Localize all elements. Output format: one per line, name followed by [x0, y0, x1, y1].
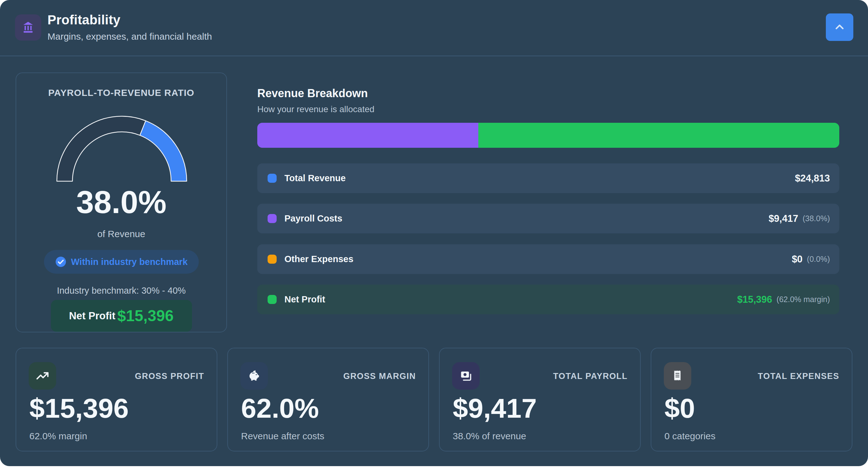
row-percent: (62.0% margin) — [777, 295, 830, 304]
row-label: Total Revenue — [284, 173, 346, 183]
breakdown-row-other-expenses: Other Expenses $0 (0.0%) — [257, 244, 839, 274]
stat-label: TOTAL EXPENSES — [758, 372, 839, 381]
stat-subtitle: Revenue after costs — [241, 431, 324, 441]
benchmark-status-badge: Within industry benchmark — [44, 250, 199, 274]
gauge-title: PAYROLL-TO-REVENUE RATIO — [16, 87, 226, 98]
check-circle-icon — [55, 256, 66, 267]
stat-subtitle: 0 categories — [664, 431, 715, 441]
page-subtitle: Margins, expenses, and financial health — [48, 31, 212, 42]
breakdown-row-payroll-costs: Payroll Costs $9,417 (38.0%) — [257, 204, 839, 233]
gauge-track-arc — [57, 116, 146, 181]
header-divider — [0, 56, 868, 56]
stat-value: $15,396 — [29, 394, 129, 422]
stat-card-gross-profit: GROSS PROFIT $15,396 62.0% margin — [16, 348, 217, 451]
row-percent: (38.0%) — [802, 214, 830, 223]
piggy-bank-icon — [240, 362, 268, 389]
revenue-allocation-bar — [257, 123, 839, 148]
stat-subtitle: 62.0% margin — [29, 431, 87, 441]
gauge-value-arc — [140, 121, 187, 181]
gauge-value: 38.0% — [16, 185, 226, 219]
row-label: Other Expenses — [284, 254, 353, 264]
stat-card-total-expenses: TOTAL EXPENSES $0 0 categories — [651, 348, 852, 451]
benchmark-note: Industry benchmark: 30% - 40% — [16, 286, 226, 296]
row-value: $9,417 — [769, 213, 798, 224]
stat-card-total-payroll: TOTAL PAYROLL $9,417 38.0% of revenue — [439, 348, 641, 451]
breakdown-row-total-revenue: Total Revenue $24,813 — [257, 164, 839, 193]
stat-value: 62.0% — [241, 394, 319, 422]
net-profit-value: $15,396 — [117, 307, 174, 325]
legend-dot — [268, 255, 277, 264]
legend-dot — [268, 214, 277, 223]
payroll-ratio-gauge — [50, 106, 194, 187]
collapse-section-button[interactable] — [826, 13, 853, 41]
breakdown-subtitle: How your revenue is allocated — [257, 104, 374, 114]
net-profit-label: Net Profit — [69, 310, 116, 322]
stat-value: $9,417 — [453, 394, 537, 422]
row-percent: (0.0%) — [807, 255, 830, 264]
breakdown-title: Revenue Breakdown — [257, 87, 368, 100]
breakdown-row-net-profit: Net Profit $15,396 (62.0% margin) — [257, 285, 839, 314]
stat-card-gross-margin: GROSS MARGIN 62.0% Revenue after costs — [227, 348, 429, 451]
row-label: Payroll Costs — [284, 213, 342, 224]
stat-label: GROSS MARGIN — [343, 372, 416, 381]
row-value: $24,813 — [795, 173, 830, 184]
stat-value: $0 — [664, 394, 695, 422]
banknotes-icon — [452, 362, 479, 389]
bar-segment-net-profit — [478, 123, 839, 148]
row-value: $15,396 — [737, 294, 772, 305]
row-label: Net Profit — [284, 294, 326, 304]
page-title: Profitability — [48, 12, 121, 28]
profitability-panel: Profitability Margins, expenses, and fin… — [0, 0, 868, 466]
benchmark-status-label: Within industry benchmark — [71, 257, 188, 267]
row-value: $0 — [792, 254, 802, 265]
net-profit-box: Net Profit $15,396 — [51, 300, 192, 332]
trending-up-icon — [29, 362, 56, 389]
bar-segment-payroll — [257, 123, 478, 148]
chevron-up-icon — [833, 21, 846, 34]
stat-subtitle: 38.0% of revenue — [453, 431, 526, 441]
payroll-ratio-card: PAYROLL-TO-REVENUE RATIO 38.0% of Revenu… — [16, 72, 227, 332]
receipt-icon — [664, 362, 691, 389]
legend-dot — [268, 174, 277, 183]
legend-dot — [268, 295, 277, 304]
gauge-caption: of Revenue — [16, 229, 226, 239]
landmark-icon — [15, 14, 41, 40]
stat-label: TOTAL PAYROLL — [553, 372, 628, 381]
stat-label: GROSS PROFIT — [135, 372, 204, 381]
